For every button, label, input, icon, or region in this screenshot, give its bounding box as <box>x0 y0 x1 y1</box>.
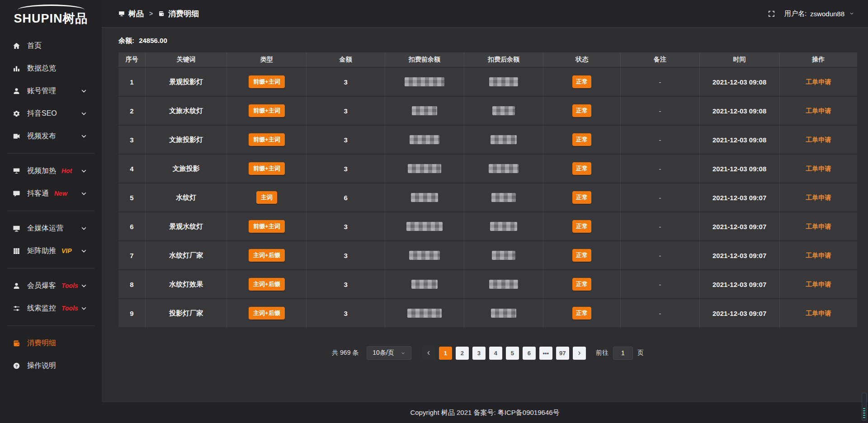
chevron-down-icon <box>80 167 88 175</box>
corner-widget[interactable] <box>862 393 867 421</box>
page-button-4[interactable]: 4 <box>489 347 502 360</box>
work-order-link[interactable]: 工单申请 <box>806 136 831 143</box>
cell-index: 5 <box>118 183 146 212</box>
sidebar-item-consumption-detail[interactable]: 消费明细 <box>0 332 102 354</box>
masked-value <box>412 106 437 115</box>
breadcrumb-root-label: 树品 <box>128 9 144 19</box>
chevron-down-icon <box>80 282 88 290</box>
sidebar-item-member-baoke[interactable]: 会员爆客Tools <box>0 274 102 297</box>
sidebar-item-tag: Tools <box>61 282 78 289</box>
column-header: 关键词 <box>146 52 227 68</box>
cell-time: 2021-12-03 09:08 <box>700 68 780 97</box>
sidebar-item-video-publish[interactable]: 视频发布 <box>0 125 102 147</box>
cell-type: 前缀+主词 <box>227 97 307 126</box>
cell-type: 前缀+主词 <box>227 126 307 155</box>
page-button-3[interactable]: 3 <box>472 347 486 360</box>
masked-value <box>491 135 517 144</box>
sidebar-divider <box>7 153 94 154</box>
table-row: 6景观水纹灯前缀+主词3正常-2021-12-03 09:07工单申请 <box>118 212 857 241</box>
pagination: 共 969 条 10条/页 123456•••97 前往 页 <box>118 346 857 360</box>
chat-icon <box>13 190 20 197</box>
cell-post-balance <box>464 68 543 97</box>
cell-post-balance <box>464 299 543 328</box>
sidebar-item-matrix-boost[interactable]: 矩阵助推VIP <box>0 240 102 262</box>
cell-status: 正常 <box>543 155 621 183</box>
sidebar-item-label: 操作说明 <box>27 361 56 371</box>
cell-keyword: 文旅投影 <box>146 155 227 183</box>
chevron-down-icon <box>80 190 88 197</box>
sidebar-item-home[interactable]: 首页 <box>0 34 102 57</box>
cell-time: 2021-12-03 09:08 <box>700 155 780 183</box>
page-button-6[interactable]: 6 <box>523 347 536 360</box>
page-button-1[interactable]: 1 <box>439 347 452 360</box>
masked-value <box>409 251 440 260</box>
jump-suffix: 页 <box>637 349 644 357</box>
wallet-icon <box>13 339 20 347</box>
cell-status: 正常 <box>543 241 621 270</box>
page-size-select[interactable]: 10条/页 <box>367 346 411 360</box>
chevron-down-icon <box>80 132 88 140</box>
work-order-link[interactable]: 工单申请 <box>806 194 831 201</box>
sidebar-item-data-overview[interactable]: 数据总览 <box>0 57 102 80</box>
work-order-link[interactable]: 工单申请 <box>806 223 831 230</box>
work-order-link[interactable]: 工单申请 <box>806 107 831 114</box>
user-icon <box>13 282 20 290</box>
work-order-link[interactable]: 工单申请 <box>806 78 831 85</box>
page-button-97[interactable]: 97 <box>556 347 569 360</box>
cell-index: 3 <box>118 126 146 155</box>
type-badge: 主词 <box>256 191 277 204</box>
logo-text: SHUPIN树品 <box>14 10 88 27</box>
work-order-link[interactable]: 工单申请 <box>806 252 831 259</box>
status-badge: 正常 <box>572 249 591 262</box>
page-button-2[interactable]: 2 <box>456 347 469 360</box>
jump-page-input[interactable] <box>613 347 633 360</box>
work-order-link[interactable]: 工单申请 <box>806 165 831 172</box>
type-badge: 前缀+主词 <box>249 133 285 146</box>
cell-post-balance <box>464 270 543 299</box>
page-button-5[interactable]: 5 <box>506 347 519 360</box>
sidebar-item-douketong[interactable]: 抖客通New <box>0 182 102 205</box>
sidebar-item-douyin-seo[interactable]: 抖音SEO <box>0 102 102 125</box>
main-column: 树品 > 消费明细 用户名: zswodun88 余额: 24856.00 <box>102 0 868 423</box>
cell-keyword: 水纹灯 <box>146 183 227 212</box>
sidebar-item-label: 视频加热 <box>27 166 56 176</box>
cell-note: - <box>621 183 699 212</box>
column-header: 类型 <box>227 52 307 68</box>
work-order-link[interactable]: 工单申请 <box>806 281 831 288</box>
app-logo[interactable]: SHUPIN树品 <box>0 0 102 28</box>
cell-action: 工单申请 <box>780 299 857 328</box>
type-badge: 前缀+主词 <box>249 220 285 233</box>
cell-type: 主词 <box>227 183 307 212</box>
video-icon <box>13 132 20 140</box>
type-badge: 前缀+主词 <box>249 104 285 117</box>
prev-page-button[interactable] <box>422 347 435 360</box>
cell-index: 7 <box>118 241 146 270</box>
page-buttons: 123456•••97 <box>439 347 569 360</box>
sidebar-item-operation-guide[interactable]: ?操作说明 <box>0 354 102 377</box>
cell-amount: 3 <box>307 270 385 299</box>
sidebar-item-clue-monitor[interactable]: 线索监控Tools <box>0 297 102 320</box>
breadcrumb-separator: > <box>149 10 153 17</box>
page-ellipsis-button[interactable]: ••• <box>539 347 552 360</box>
sidebar: SHUPIN树品 首页数据总览账号管理抖音SEO视频发布视频加热Hot抖客通Ne… <box>0 0 102 423</box>
cell-keyword: 景观水纹灯 <box>146 212 227 241</box>
sidebar-item-label: 账号管理 <box>27 86 56 96</box>
cell-status: 正常 <box>543 299 621 328</box>
sidebar-item-media-operation[interactable]: 全媒体运营 <box>0 217 102 240</box>
table-row: 3文旅投影灯前缀+主词3正常-2021-12-03 09:08工单申请 <box>118 126 857 155</box>
user-menu[interactable]: 用户名: zswodun88 <box>784 9 854 18</box>
breadcrumb-root[interactable]: 树品 <box>118 9 144 19</box>
chevron-down-icon <box>80 305 88 312</box>
cell-note: - <box>621 97 699 126</box>
sidebar-item-account-management[interactable]: 账号管理 <box>0 80 102 102</box>
cell-pre-balance <box>385 68 464 97</box>
cell-action: 工单申请 <box>780 183 857 212</box>
sidebar-item-label: 矩阵助推 <box>27 246 56 256</box>
column-header: 备注 <box>621 52 699 68</box>
breadcrumb-current[interactable]: 消费明细 <box>158 9 199 19</box>
sidebar-item-video-heat[interactable]: 视频加热Hot <box>0 160 102 182</box>
next-page-button[interactable] <box>573 347 586 360</box>
work-order-link[interactable]: 工单申请 <box>806 310 831 317</box>
username-label: 用户名: <box>784 9 807 18</box>
fullscreen-icon[interactable] <box>768 10 775 18</box>
